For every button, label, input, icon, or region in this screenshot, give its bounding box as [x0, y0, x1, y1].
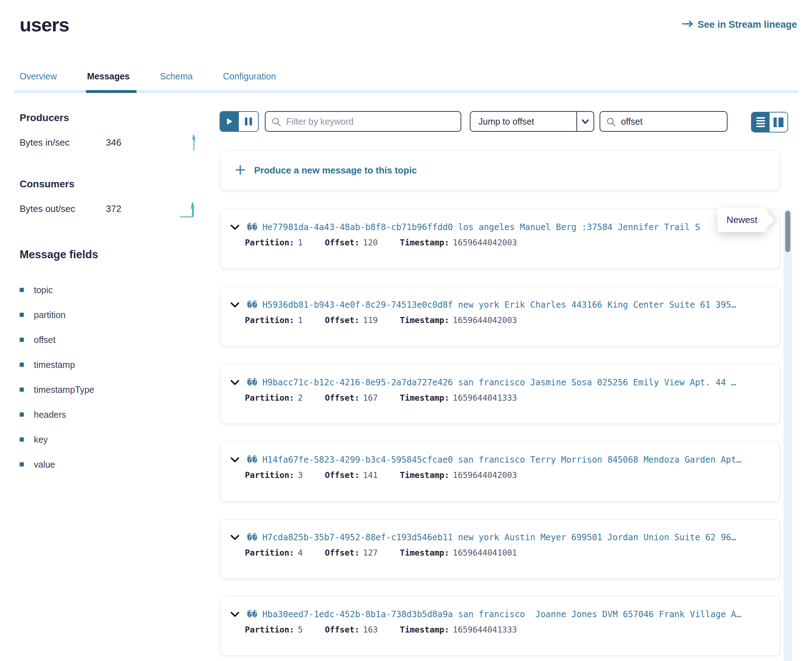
timestamp-value: 1659644041333 — [453, 625, 517, 634]
message-value-preview: H5936db81-b943-4e0f-8c29-74513e0c0d8f ne… — [263, 300, 736, 310]
message-expander[interactable]: �� H9bacc71c-b12c-4216-8e95-2a7da727e426… — [231, 377, 775, 388]
partition-value: 1 — [298, 238, 303, 247]
message-key: �� — [247, 377, 257, 388]
tab-configuration[interactable]: Configuration — [223, 71, 276, 89]
filter-field — [265, 111, 461, 132]
timestamp-value: 1659644042003 — [453, 238, 517, 247]
message-key: �� — [247, 300, 257, 310]
left-panel: Producers Bytes in/sec 346 Consumers Byt… — [19, 112, 208, 477]
bytes-in-label: Bytes in/sec — [19, 137, 106, 148]
message-expander[interactable]: �� H5936db81-b943-4e0f-8c29-74513e0c0d8f… — [231, 299, 775, 311]
messages-scrollbar-thumb[interactable] — [785, 211, 790, 252]
jump-to-offset-select[interactable]: Jump to offset — [470, 111, 594, 132]
field-bullet-icon — [19, 437, 24, 442]
offset-value: 120 — [363, 238, 378, 247]
field-item-headers[interactable]: headers — [19, 402, 208, 427]
partition-value: 1 — [298, 316, 303, 325]
timestamp-value: 1659644041001 — [453, 548, 517, 557]
offset-search-input[interactable] — [600, 112, 727, 131]
message-row: �� H9bacc71c-b12c-4216-8e95-2a7da727e426… — [220, 364, 780, 424]
message-metadata: Partition:1 Offset:119 Timestamp:1659644… — [245, 316, 517, 325]
consumers-heading: Consumers — [19, 179, 208, 190]
column-view-button[interactable] — [770, 113, 788, 132]
chevron-down-icon[interactable] — [231, 457, 239, 463]
message-key: �� — [247, 222, 257, 232]
message-expander[interactable]: �� He77981da-4a43-48ab-b8f8-cb71b96ffdd0… — [231, 221, 775, 233]
field-item-partition[interactable]: partition — [19, 302, 208, 327]
message-value-preview: H14fa67fe-5823-4299-b3c4-595845cfcae0 sa… — [263, 455, 742, 465]
messages-scrollbar-track[interactable] — [783, 209, 792, 661]
plus-icon — [235, 164, 246, 177]
partition-value: 3 — [298, 471, 303, 480]
play-icon — [226, 118, 233, 125]
chevron-down-icon[interactable] — [231, 380, 239, 385]
list-view-button[interactable] — [752, 113, 770, 132]
message-row: �� Hba30eed7-1edc-452b-8b1a-738d3b5d8a9a… — [220, 596, 780, 656]
partition-value: 2 — [298, 393, 303, 402]
bytes-out-label: Bytes out/sec — [19, 203, 106, 214]
see-in-stream-lineage-label: See in Stream lineage — [698, 19, 797, 30]
topic-messages-page: users See in Stream lineage Overview Mes… — [0, 0, 812, 661]
message-key: �� — [247, 609, 257, 619]
field-bullet-icon — [19, 462, 24, 466]
message-metadata: Partition:1 Offset:120 Timestamp:1659644… — [245, 238, 517, 247]
bytes-out-sparkline-icon — [179, 196, 199, 220]
message-row: �� H7cda825b-35b7-4952-88ef-c193d546eb11… — [220, 519, 780, 579]
field-bullet-icon — [19, 288, 24, 292]
message-value-preview: He77981da-4a43-48ab-b8f8-cb71b96ffdd0 lo… — [263, 222, 700, 232]
offset-value: 167 — [363, 393, 378, 402]
bytes-in-sparkline-icon — [190, 134, 198, 153]
column-view-icon — [774, 118, 777, 127]
message-value-preview: Hba30eed7-1edc-452b-8b1a-738d3b5d8a9a sa… — [263, 609, 742, 619]
produce-message-button[interactable]: Produce a new message to this topic — [220, 150, 780, 190]
chevron-down-icon[interactable] — [231, 535, 239, 540]
message-row: �� H14fa67fe-5823-4299-b3c4-595845cfcae0… — [220, 442, 780, 501]
message-metadata: Partition:5 Offset:163 Timestamp:1659644… — [245, 625, 517, 634]
jump-to-offset-value: Jump to offset — [471, 117, 577, 127]
timestamp-value: 1659644042003 — [453, 316, 517, 325]
message-expander[interactable]: �� Hba30eed7-1edc-452b-8b1a-738d3b5d8a9a… — [231, 608, 775, 620]
message-fields-list: topic partition offset timestamp timesta… — [19, 278, 208, 477]
see-in-stream-lineage-link[interactable]: See in Stream lineage — [682, 19, 797, 31]
producers-heading: Producers — [19, 112, 208, 124]
message-value-preview: H9bacc71c-b12c-4216-8e95-2a7da727e426 sa… — [263, 377, 736, 388]
pause-icon — [245, 118, 247, 125]
field-item-timestamp[interactable]: timestamp — [19, 352, 208, 377]
tab-bar: Overview Messages Schema Configuration — [19, 71, 276, 89]
bytes-out-metric: Bytes out/sec 372 — [19, 203, 208, 223]
filter-input[interactable] — [266, 112, 461, 131]
play-pause-group — [219, 111, 259, 132]
offset-value: 141 — [363, 471, 378, 480]
tab-overview[interactable]: Overview — [19, 71, 57, 89]
tab-schema[interactable]: Schema — [160, 71, 193, 89]
field-bullet-icon — [19, 412, 24, 417]
message-metadata: Partition:2 Offset:167 Timestamp:1659644… — [245, 393, 517, 402]
search-icon — [606, 117, 616, 128]
field-bullet-icon — [19, 313, 24, 317]
field-item-value[interactable]: value — [19, 452, 208, 477]
chevron-down-icon[interactable] — [231, 302, 239, 308]
newest-tooltip: Newest — [718, 208, 766, 232]
play-button[interactable] — [220, 112, 239, 131]
field-item-key[interactable]: key — [19, 427, 208, 452]
chevron-down-icon — [577, 112, 594, 131]
pause-button[interactable] — [239, 112, 258, 131]
field-bullet-icon — [19, 388, 24, 392]
chevron-down-icon[interactable] — [231, 612, 239, 617]
field-bullet-icon — [19, 362, 24, 367]
field-item-timestampType[interactable]: timestampType — [19, 377, 208, 402]
view-toggle-group — [751, 112, 788, 133]
field-item-topic[interactable]: topic — [19, 278, 208, 302]
field-item-offset[interactable]: offset — [19, 327, 208, 352]
tab-messages[interactable]: Messages — [87, 71, 130, 89]
message-metadata: Partition:4 Offset:127 Timestamp:1659644… — [245, 548, 517, 557]
message-fields-heading: Message fields — [19, 248, 208, 261]
tab-active-indicator — [86, 90, 136, 93]
message-expander[interactable]: �� H14fa67fe-5823-4299-b3c4-595845cfcae0… — [231, 454, 775, 466]
message-expander[interactable]: �� H7cda825b-35b7-4952-88ef-c193d546eb11… — [231, 532, 775, 543]
chevron-down-icon[interactable] — [231, 225, 239, 230]
offset-value: 163 — [363, 625, 378, 634]
offset-value: 127 — [363, 548, 378, 557]
message-metadata: Partition:3 Offset:141 Timestamp:1659644… — [245, 471, 517, 480]
newest-tooltip-label: Newest — [726, 214, 758, 225]
